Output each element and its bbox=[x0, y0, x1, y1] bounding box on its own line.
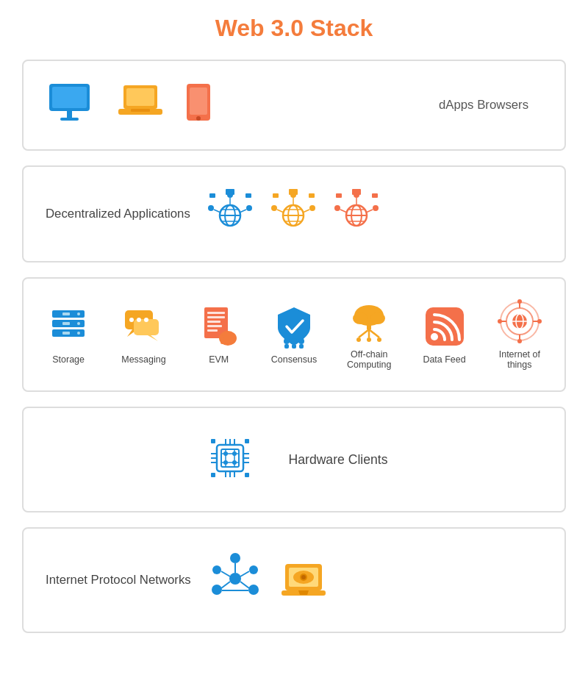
network-globe-yellow-icon bbox=[268, 188, 318, 240]
svg-point-141 bbox=[249, 565, 258, 574]
svg-rect-82 bbox=[292, 344, 296, 349]
svg-point-133 bbox=[232, 451, 237, 456]
svg-point-87 bbox=[370, 312, 385, 324]
svg-point-139 bbox=[230, 553, 240, 563]
browsers-icons bbox=[46, 82, 410, 129]
ip-networks-label: Internet Protocol Networks bbox=[46, 571, 191, 589]
network-nodes-blue-icon bbox=[206, 549, 265, 611]
svg-rect-2 bbox=[67, 111, 72, 118]
svg-point-106 bbox=[517, 299, 522, 304]
svg-line-35 bbox=[303, 210, 309, 213]
storage-label: Storage bbox=[52, 354, 85, 365]
evm-item: EVM bbox=[193, 304, 245, 365]
svg-rect-88 bbox=[367, 325, 371, 329]
svg-line-34 bbox=[277, 210, 284, 213]
svg-rect-78 bbox=[230, 335, 234, 344]
svg-rect-61 bbox=[62, 332, 70, 335]
svg-rect-130 bbox=[211, 473, 215, 477]
svg-line-146 bbox=[240, 582, 249, 588]
messaging-label: Messaging bbox=[121, 354, 165, 365]
svg-line-49 bbox=[366, 210, 373, 213]
page-title: Web 3.0 Stack bbox=[22, 15, 566, 42]
svg-point-45 bbox=[334, 205, 340, 211]
svg-rect-1 bbox=[52, 87, 87, 108]
svg-line-20 bbox=[214, 210, 220, 213]
svg-point-94 bbox=[377, 338, 381, 342]
svg-rect-76 bbox=[225, 331, 229, 344]
svg-point-18 bbox=[246, 205, 252, 211]
svg-rect-80 bbox=[284, 344, 289, 349]
svg-point-67 bbox=[137, 318, 141, 322]
svg-rect-129 bbox=[245, 439, 249, 443]
iot-item: Internet of things bbox=[494, 299, 545, 370]
svg-rect-128 bbox=[211, 439, 215, 443]
svg-rect-77 bbox=[220, 335, 224, 344]
svg-point-83 bbox=[298, 338, 304, 344]
svg-point-134 bbox=[223, 460, 228, 465]
svg-point-58 bbox=[77, 332, 80, 335]
svg-point-132 bbox=[223, 451, 228, 456]
hardware-clients-label: Hardware Clients bbox=[289, 451, 388, 469]
svg-rect-22 bbox=[209, 193, 215, 198]
svg-line-21 bbox=[240, 210, 246, 213]
svg-rect-50 bbox=[336, 193, 342, 198]
svg-point-138 bbox=[248, 585, 259, 595]
svg-line-144 bbox=[240, 571, 249, 576]
storage-item: Storage bbox=[43, 304, 94, 365]
network-globe-orange-icon bbox=[331, 188, 381, 240]
decentralized-apps-icons bbox=[205, 188, 542, 240]
desktop-monitor-icon bbox=[46, 82, 97, 129]
svg-rect-74 bbox=[207, 329, 218, 332]
svg-point-46 bbox=[373, 205, 379, 211]
datafeed-item: Data Feed bbox=[419, 304, 470, 365]
offchain-item: Off-chain Computing bbox=[343, 299, 395, 370]
section-decentralized-apps: Decentralized Applications bbox=[22, 165, 566, 262]
tablet-icon bbox=[184, 82, 213, 129]
svg-rect-51 bbox=[352, 189, 361, 195]
consensus-label: Consensus bbox=[271, 354, 317, 365]
svg-point-81 bbox=[291, 338, 297, 344]
section-dapps-browsers: dApps Browsers bbox=[22, 60, 566, 151]
svg-point-57 bbox=[77, 322, 80, 325]
consensus-item: Consensus bbox=[268, 304, 320, 365]
svg-rect-24 bbox=[245, 193, 251, 198]
iot-label: Internet of things bbox=[499, 349, 540, 370]
evm-label: EVM bbox=[209, 354, 229, 365]
svg-point-152 bbox=[301, 575, 306, 579]
section-ip-networks: Internet Protocol Networks bbox=[22, 527, 566, 633]
messaging-item: Messaging bbox=[118, 304, 169, 365]
chip-icon bbox=[201, 429, 259, 490]
svg-point-108 bbox=[517, 339, 522, 343]
svg-rect-72 bbox=[207, 321, 220, 323]
svg-line-91 bbox=[369, 329, 379, 338]
datafeed-label: Data Feed bbox=[423, 354, 465, 365]
svg-point-68 bbox=[144, 318, 148, 322]
browsers-label: dApps Browsers bbox=[425, 98, 542, 113]
svg-rect-60 bbox=[62, 322, 70, 325]
network-globe-blue-icon bbox=[205, 188, 255, 240]
decentralized-apps-label: Decentralized Applications bbox=[46, 205, 190, 223]
svg-rect-70 bbox=[207, 312, 225, 314]
svg-point-136 bbox=[229, 573, 241, 585]
svg-rect-59 bbox=[62, 312, 70, 315]
eye-monitor-yellow-icon bbox=[278, 549, 337, 611]
offchain-label: Off-chain Computing bbox=[347, 349, 391, 370]
svg-rect-23 bbox=[226, 189, 234, 195]
svg-rect-84 bbox=[299, 344, 304, 349]
svg-point-93 bbox=[367, 338, 371, 342]
svg-rect-36 bbox=[273, 193, 279, 198]
svg-point-56 bbox=[77, 312, 80, 315]
svg-point-31 bbox=[271, 205, 277, 211]
svg-point-66 bbox=[129, 318, 134, 322]
svg-point-140 bbox=[212, 565, 221, 574]
svg-line-48 bbox=[340, 210, 347, 213]
svg-rect-38 bbox=[309, 193, 315, 198]
svg-rect-111 bbox=[221, 449, 239, 467]
svg-line-145 bbox=[221, 582, 230, 588]
svg-point-137 bbox=[212, 585, 222, 595]
svg-rect-37 bbox=[289, 189, 298, 195]
svg-line-143 bbox=[221, 571, 230, 576]
svg-point-79 bbox=[284, 338, 290, 344]
svg-marker-65 bbox=[148, 335, 158, 341]
section-services: Storage Messaging bbox=[22, 277, 566, 392]
